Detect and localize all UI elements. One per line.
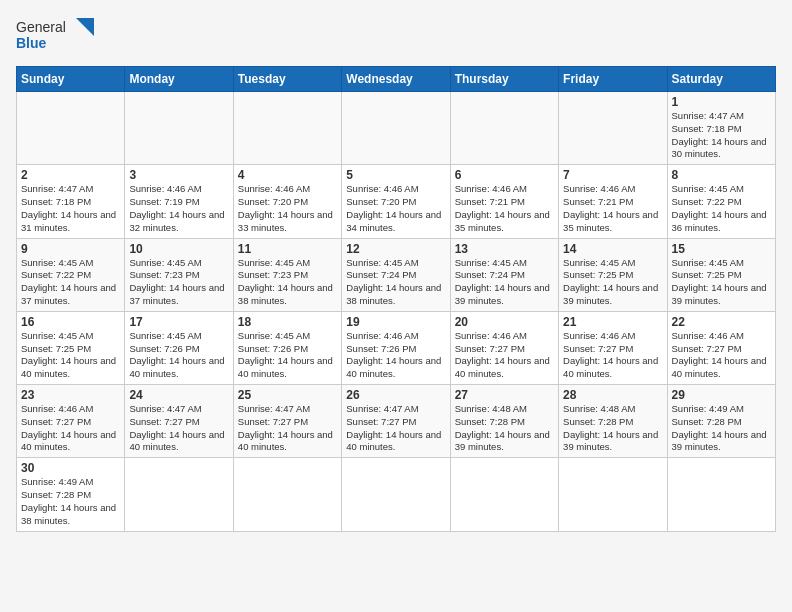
calendar-cell: 1Sunrise: 4:47 AM Sunset: 7:18 PM Daylig… bbox=[667, 92, 775, 165]
calendar-cell: 18Sunrise: 4:45 AM Sunset: 7:26 PM Dayli… bbox=[233, 311, 341, 384]
day-info: Sunrise: 4:45 AM Sunset: 7:23 PM Dayligh… bbox=[238, 257, 337, 308]
calendar-cell bbox=[125, 458, 233, 531]
day-info: Sunrise: 4:46 AM Sunset: 7:20 PM Dayligh… bbox=[238, 183, 337, 234]
calendar-cell: 23Sunrise: 4:46 AM Sunset: 7:27 PM Dayli… bbox=[17, 385, 125, 458]
calendar-cell: 9Sunrise: 4:45 AM Sunset: 7:22 PM Daylig… bbox=[17, 238, 125, 311]
day-number: 21 bbox=[563, 315, 662, 329]
day-info: Sunrise: 4:46 AM Sunset: 7:21 PM Dayligh… bbox=[563, 183, 662, 234]
day-info: Sunrise: 4:45 AM Sunset: 7:25 PM Dayligh… bbox=[563, 257, 662, 308]
day-info: Sunrise: 4:45 AM Sunset: 7:22 PM Dayligh… bbox=[672, 183, 771, 234]
day-info: Sunrise: 4:45 AM Sunset: 7:25 PM Dayligh… bbox=[672, 257, 771, 308]
day-info: Sunrise: 4:46 AM Sunset: 7:27 PM Dayligh… bbox=[21, 403, 120, 454]
day-of-week-header: Tuesday bbox=[233, 67, 341, 92]
day-info: Sunrise: 4:45 AM Sunset: 7:24 PM Dayligh… bbox=[346, 257, 445, 308]
calendar-cell: 20Sunrise: 4:46 AM Sunset: 7:27 PM Dayli… bbox=[450, 311, 558, 384]
calendar-cell bbox=[233, 458, 341, 531]
calendar-week-row: 23Sunrise: 4:46 AM Sunset: 7:27 PM Dayli… bbox=[17, 385, 776, 458]
calendar-cell bbox=[667, 458, 775, 531]
day-number: 13 bbox=[455, 242, 554, 256]
day-info: Sunrise: 4:45 AM Sunset: 7:23 PM Dayligh… bbox=[129, 257, 228, 308]
day-number: 22 bbox=[672, 315, 771, 329]
day-number: 29 bbox=[672, 388, 771, 402]
calendar-cell: 4Sunrise: 4:46 AM Sunset: 7:20 PM Daylig… bbox=[233, 165, 341, 238]
day-of-week-header: Sunday bbox=[17, 67, 125, 92]
day-number: 4 bbox=[238, 168, 337, 182]
page-header: GeneralBlue bbox=[16, 16, 776, 56]
day-number: 24 bbox=[129, 388, 228, 402]
day-number: 23 bbox=[21, 388, 120, 402]
calendar-cell: 11Sunrise: 4:45 AM Sunset: 7:23 PM Dayli… bbox=[233, 238, 341, 311]
calendar-cell: 6Sunrise: 4:46 AM Sunset: 7:21 PM Daylig… bbox=[450, 165, 558, 238]
day-number: 11 bbox=[238, 242, 337, 256]
day-number: 1 bbox=[672, 95, 771, 109]
calendar-cell: 16Sunrise: 4:45 AM Sunset: 7:25 PM Dayli… bbox=[17, 311, 125, 384]
day-number: 8 bbox=[672, 168, 771, 182]
day-number: 28 bbox=[563, 388, 662, 402]
calendar-cell: 25Sunrise: 4:47 AM Sunset: 7:27 PM Dayli… bbox=[233, 385, 341, 458]
calendar-cell: 10Sunrise: 4:45 AM Sunset: 7:23 PM Dayli… bbox=[125, 238, 233, 311]
calendar-cell: 14Sunrise: 4:45 AM Sunset: 7:25 PM Dayli… bbox=[559, 238, 667, 311]
day-number: 30 bbox=[21, 461, 120, 475]
calendar-cell: 5Sunrise: 4:46 AM Sunset: 7:20 PM Daylig… bbox=[342, 165, 450, 238]
day-of-week-header: Friday bbox=[559, 67, 667, 92]
day-info: Sunrise: 4:47 AM Sunset: 7:27 PM Dayligh… bbox=[238, 403, 337, 454]
day-number: 10 bbox=[129, 242, 228, 256]
day-info: Sunrise: 4:46 AM Sunset: 7:21 PM Dayligh… bbox=[455, 183, 554, 234]
calendar-cell: 12Sunrise: 4:45 AM Sunset: 7:24 PM Dayli… bbox=[342, 238, 450, 311]
calendar-cell: 15Sunrise: 4:45 AM Sunset: 7:25 PM Dayli… bbox=[667, 238, 775, 311]
day-number: 9 bbox=[21, 242, 120, 256]
day-info: Sunrise: 4:49 AM Sunset: 7:28 PM Dayligh… bbox=[672, 403, 771, 454]
calendar-header-row: SundayMondayTuesdayWednesdayThursdayFrid… bbox=[17, 67, 776, 92]
calendar-week-row: 2Sunrise: 4:47 AM Sunset: 7:18 PM Daylig… bbox=[17, 165, 776, 238]
svg-text:Blue: Blue bbox=[16, 35, 47, 51]
calendar-cell bbox=[233, 92, 341, 165]
calendar-cell bbox=[559, 92, 667, 165]
calendar-week-row: 1Sunrise: 4:47 AM Sunset: 7:18 PM Daylig… bbox=[17, 92, 776, 165]
day-number: 19 bbox=[346, 315, 445, 329]
day-info: Sunrise: 4:46 AM Sunset: 7:27 PM Dayligh… bbox=[672, 330, 771, 381]
day-number: 20 bbox=[455, 315, 554, 329]
day-info: Sunrise: 4:46 AM Sunset: 7:27 PM Dayligh… bbox=[563, 330, 662, 381]
day-info: Sunrise: 4:47 AM Sunset: 7:27 PM Dayligh… bbox=[346, 403, 445, 454]
calendar-week-row: 9Sunrise: 4:45 AM Sunset: 7:22 PM Daylig… bbox=[17, 238, 776, 311]
day-of-week-header: Saturday bbox=[667, 67, 775, 92]
day-info: Sunrise: 4:49 AM Sunset: 7:28 PM Dayligh… bbox=[21, 476, 120, 527]
day-number: 12 bbox=[346, 242, 445, 256]
svg-marker-0 bbox=[76, 18, 94, 36]
calendar-cell: 19Sunrise: 4:46 AM Sunset: 7:26 PM Dayli… bbox=[342, 311, 450, 384]
calendar-table: SundayMondayTuesdayWednesdayThursdayFrid… bbox=[16, 66, 776, 532]
day-number: 25 bbox=[238, 388, 337, 402]
calendar-cell bbox=[450, 92, 558, 165]
day-info: Sunrise: 4:45 AM Sunset: 7:24 PM Dayligh… bbox=[455, 257, 554, 308]
day-info: Sunrise: 4:45 AM Sunset: 7:26 PM Dayligh… bbox=[129, 330, 228, 381]
calendar-cell bbox=[450, 458, 558, 531]
calendar-cell bbox=[125, 92, 233, 165]
day-number: 18 bbox=[238, 315, 337, 329]
calendar-cell bbox=[559, 458, 667, 531]
day-of-week-header: Thursday bbox=[450, 67, 558, 92]
day-info: Sunrise: 4:45 AM Sunset: 7:26 PM Dayligh… bbox=[238, 330, 337, 381]
day-number: 7 bbox=[563, 168, 662, 182]
day-number: 6 bbox=[455, 168, 554, 182]
day-number: 17 bbox=[129, 315, 228, 329]
day-info: Sunrise: 4:46 AM Sunset: 7:19 PM Dayligh… bbox=[129, 183, 228, 234]
calendar-cell: 8Sunrise: 4:45 AM Sunset: 7:22 PM Daylig… bbox=[667, 165, 775, 238]
svg-text:General: General bbox=[16, 19, 66, 35]
calendar-week-row: 16Sunrise: 4:45 AM Sunset: 7:25 PM Dayli… bbox=[17, 311, 776, 384]
day-number: 2 bbox=[21, 168, 120, 182]
calendar-cell: 27Sunrise: 4:48 AM Sunset: 7:28 PM Dayli… bbox=[450, 385, 558, 458]
day-info: Sunrise: 4:47 AM Sunset: 7:18 PM Dayligh… bbox=[672, 110, 771, 161]
logo: GeneralBlue bbox=[16, 16, 96, 56]
day-info: Sunrise: 4:47 AM Sunset: 7:27 PM Dayligh… bbox=[129, 403, 228, 454]
day-info: Sunrise: 4:48 AM Sunset: 7:28 PM Dayligh… bbox=[563, 403, 662, 454]
day-number: 27 bbox=[455, 388, 554, 402]
calendar-cell: 24Sunrise: 4:47 AM Sunset: 7:27 PM Dayli… bbox=[125, 385, 233, 458]
calendar-cell: 22Sunrise: 4:46 AM Sunset: 7:27 PM Dayli… bbox=[667, 311, 775, 384]
calendar-week-row: 30Sunrise: 4:49 AM Sunset: 7:28 PM Dayli… bbox=[17, 458, 776, 531]
day-number: 3 bbox=[129, 168, 228, 182]
day-info: Sunrise: 4:46 AM Sunset: 7:20 PM Dayligh… bbox=[346, 183, 445, 234]
calendar-cell: 30Sunrise: 4:49 AM Sunset: 7:28 PM Dayli… bbox=[17, 458, 125, 531]
calendar-cell: 7Sunrise: 4:46 AM Sunset: 7:21 PM Daylig… bbox=[559, 165, 667, 238]
day-number: 14 bbox=[563, 242, 662, 256]
day-info: Sunrise: 4:46 AM Sunset: 7:27 PM Dayligh… bbox=[455, 330, 554, 381]
